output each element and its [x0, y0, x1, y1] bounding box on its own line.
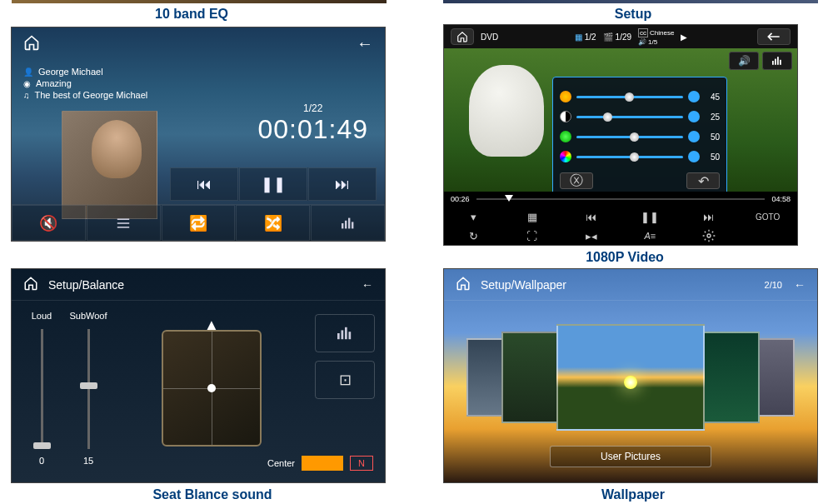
brightness-value: 45	[705, 92, 720, 102]
tint-slider[interactable]	[576, 156, 683, 158]
eq-button[interactable]	[311, 205, 385, 241]
repeat-button[interactable]: 🔁	[162, 205, 236, 241]
subwoof-label: SubWoof	[69, 311, 107, 321]
chapter-indicator: ▦1/2	[575, 32, 596, 42]
album-icon: ◉	[23, 79, 31, 88]
slider-end-icon	[688, 131, 700, 142]
pause-button[interactable]: ❚❚	[239, 167, 307, 201]
contrast-value: 25	[705, 112, 720, 122]
subwoof-value: 15	[83, 456, 93, 466]
slider-end-icon	[688, 151, 700, 162]
back-icon[interactable]: ←	[794, 278, 806, 292]
menu-button[interactable]: ▦	[503, 207, 562, 227]
wallpaper-thumb[interactable]	[466, 338, 505, 417]
color-icon	[560, 131, 571, 142]
playback-duration: 04:58	[771, 195, 791, 203]
prev-button[interactable]: ⏮	[561, 207, 621, 227]
loud-label: Loud	[32, 311, 52, 321]
svg-rect-3	[342, 223, 343, 228]
back-button[interactable]	[757, 28, 791, 45]
user-pictures-button[interactable]: User Pictures	[550, 446, 711, 467]
artist-icon: 👤	[23, 67, 33, 77]
goto-button[interactable]: GOTO	[738, 207, 797, 227]
repeat-button[interactable]: ↻	[444, 227, 503, 245]
seat-diagram[interactable]	[162, 330, 262, 447]
fullscreen-button[interactable]: ⛶	[503, 227, 562, 245]
svg-rect-13	[342, 330, 344, 339]
color-value: 50	[705, 132, 720, 142]
tint-icon	[560, 151, 571, 162]
svg-rect-8	[775, 59, 776, 65]
svg-point-11	[707, 234, 711, 237]
back-icon[interactable]: ←	[362, 278, 373, 292]
svg-rect-15	[349, 332, 352, 339]
caption-setup: Setup	[550, 7, 716, 22]
loud-value: 0	[39, 456, 44, 466]
wallpaper-thumb[interactable]	[701, 332, 760, 423]
audio-track-indicator: 🔊1/5	[638, 38, 674, 46]
mute-button[interactable]: 🔇	[12, 205, 86, 241]
reset-adjust-button[interactable]: ↶	[686, 172, 720, 189]
slider-end-icon	[688, 111, 700, 122]
color-slider[interactable]	[576, 136, 683, 138]
wallpaper-carousel[interactable]	[444, 319, 817, 436]
svg-rect-4	[345, 220, 347, 228]
time-display: 00:01:49	[257, 114, 368, 145]
wallpaper-panel: Setup/Wallpaper 2/10 ← User Pictures	[443, 268, 818, 483]
levels-button[interactable]	[762, 52, 792, 70]
home-icon[interactable]	[23, 34, 40, 55]
next-button[interactable]: ⏭	[680, 207, 739, 227]
wallpaper-thumb-selected[interactable]	[556, 324, 705, 431]
artist-name: George Michael	[38, 67, 103, 77]
next-button[interactable]: ⏭	[308, 167, 377, 201]
playback-position: 00:26	[451, 195, 470, 203]
tint-value: 50	[705, 152, 720, 162]
back-icon[interactable]: ←	[357, 34, 373, 55]
collapse-button[interactable]: ▾	[444, 207, 503, 227]
contrast-icon	[560, 111, 571, 122]
list-button[interactable]	[87, 205, 161, 241]
svg-rect-12	[337, 333, 340, 339]
subwoof-slider[interactable]	[87, 329, 90, 449]
page-title: Setup/Balance	[48, 278, 124, 292]
svg-rect-14	[345, 327, 347, 339]
home-button[interactable]	[451, 28, 474, 45]
shuffle-button[interactable]: 🔀	[236, 205, 310, 241]
settings-button[interactable]	[680, 227, 739, 245]
adjustment-panel: 45 25 50 50 ⓧ ↶	[552, 77, 727, 206]
close-adjust-button[interactable]: ⓧ	[560, 172, 593, 189]
prev-button[interactable]: ⏮	[170, 167, 238, 201]
home-icon[interactable]	[456, 276, 471, 293]
home-icon[interactable]	[23, 276, 38, 293]
center-label: Center	[267, 458, 295, 468]
contrast-slider[interactable]	[576, 116, 683, 118]
seat-balance-panel: Setup/Balance ← Loud 0 SubWoof 15 ▲ ▼ ◀ …	[11, 268, 386, 483]
caption-video: 1080P Video	[533, 250, 716, 265]
svg-rect-6	[352, 222, 353, 228]
brightness-slider[interactable]	[576, 96, 683, 98]
decorative-strip	[443, 0, 818, 3]
playlist-icon: ♫	[23, 91, 30, 100]
brightness-icon	[560, 91, 571, 102]
center-indicator: N	[350, 456, 373, 471]
spacer	[738, 227, 797, 245]
pause-button[interactable]: ❚❚	[621, 207, 680, 227]
audio-lang-button[interactable]: A≡	[621, 227, 680, 245]
caption-wallpaper: Wallpaper	[550, 487, 716, 502]
subtitle-indicator: ccChinese	[638, 28, 674, 37]
track-number: 1/22	[257, 102, 368, 114]
focus-button[interactable]: ⊡	[315, 361, 375, 399]
wallpaper-thumb[interactable]	[756, 338, 795, 417]
loud-slider[interactable]	[41, 329, 43, 449]
wallpaper-thumb[interactable]	[501, 332, 560, 423]
music-player-panel: ← 👤George Michael ◉Amazing ♫The best of …	[11, 27, 386, 242]
playlist-name: The best of George Michael	[35, 90, 148, 100]
source-label: DVD	[481, 32, 498, 42]
album-name: Amazing	[36, 78, 72, 88]
volume-button[interactable]: 🔊	[729, 52, 759, 70]
seek-bar[interactable]	[476, 198, 766, 200]
album-art	[62, 111, 157, 219]
page-title: Setup/Wallpaper	[481, 278, 566, 292]
aspect-button[interactable]: ▸◂	[561, 227, 621, 245]
eq-preset-button[interactable]	[315, 314, 375, 352]
